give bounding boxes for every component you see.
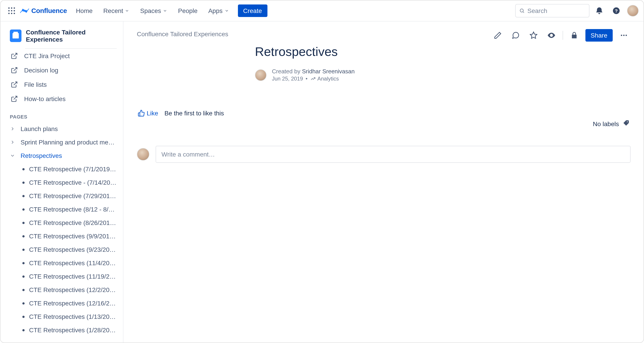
author-link[interactable]: Sridhar Sreenivasan	[302, 68, 355, 75]
help-icon[interactable]: ?	[609, 3, 624, 18]
svg-point-2	[14, 7, 15, 8]
chevron-down-icon	[10, 153, 17, 158]
svg-marker-17	[530, 32, 537, 38]
svg-point-5	[14, 10, 15, 11]
nav-people[interactable]: People	[174, 4, 202, 17]
label-tag-icon[interactable]	[622, 120, 630, 128]
svg-point-21	[626, 35, 627, 36]
bullet-icon	[22, 329, 24, 331]
profile-avatar[interactable]	[627, 5, 639, 16]
page-retrospectives[interactable]: Retrospectives	[0, 149, 123, 162]
svg-line-10	[523, 12, 524, 13]
svg-point-20	[623, 35, 624, 36]
child-page[interactable]: CTE Retrospective (8/12 - 8/25)	[0, 202, 123, 216]
shortcut-how-to[interactable]: How-to articles	[0, 92, 123, 106]
page-launch-plans[interactable]: Launch plans	[0, 122, 123, 136]
created-by: Created by Sridhar Sreenivasan	[272, 68, 355, 75]
nav-home[interactable]: Home	[71, 4, 97, 17]
top-nav: Confluence Home Recent Spaces People App…	[0, 0, 644, 22]
analytics-icon	[310, 76, 316, 82]
restrictions-icon[interactable]	[567, 28, 581, 42]
chevron-down-icon	[224, 8, 229, 13]
page-actions: Share	[491, 28, 630, 42]
child-page[interactable]: CTE Retrospective (8/26/2019 …	[0, 216, 123, 230]
nav-spaces[interactable]: Spaces	[136, 4, 172, 17]
svg-point-18	[550, 35, 552, 36]
bullet-icon	[22, 195, 24, 197]
chevron-down-icon	[125, 8, 130, 13]
like-button[interactable]: Like	[138, 110, 158, 117]
edit-icon[interactable]	[491, 28, 504, 42]
external-link-icon	[10, 52, 19, 60]
svg-point-7	[11, 12, 12, 14]
date-text: Jun 25, 2019	[272, 76, 303, 82]
child-page[interactable]: CTE Retrospective - (7/14/201…	[0, 176, 123, 189]
comment-avatar	[137, 148, 149, 160]
byline: Created by Sridhar Sreenivasan Jun 25, 2…	[255, 68, 630, 82]
author-avatar[interactable]	[255, 69, 266, 81]
child-page[interactable]: CTE Retrospective (7/29/2018 …	[0, 189, 123, 202]
child-page[interactable]: CTE Retrospective (7/1/2019 - …	[0, 162, 123, 176]
bullet-icon	[22, 168, 24, 170]
comment-icon[interactable]	[509, 28, 522, 42]
bullet-icon	[22, 289, 24, 291]
labels-text: No labels	[593, 120, 619, 127]
bullet-icon	[22, 208, 24, 210]
child-page[interactable]: CTE Retrospectives (12/2/2019…	[0, 283, 123, 296]
share-button[interactable]: Share	[585, 29, 613, 42]
nav-items: Home Recent Spaces People Apps	[71, 4, 233, 17]
external-link-icon	[10, 66, 19, 75]
bullet-icon	[22, 302, 24, 304]
space-title: Confluence Tailored Experiences	[26, 28, 117, 43]
search-input[interactable]	[528, 7, 586, 14]
shortcut-cte-jira[interactable]: CTE Jira Project	[0, 49, 123, 63]
svg-line-14	[14, 68, 17, 71]
nav-apps[interactable]: Apps	[204, 4, 233, 17]
svg-line-15	[14, 82, 17, 85]
nav-recent[interactable]: Recent	[99, 4, 134, 17]
comment-input[interactable]: Write a comment…	[156, 146, 630, 163]
logo-text: Confluence	[31, 7, 67, 14]
child-page[interactable]: CTE Retrospectives (11/4/2019…	[0, 256, 123, 270]
bullet-icon	[22, 248, 24, 251]
svg-point-9	[520, 9, 523, 12]
search-box[interactable]	[515, 4, 590, 17]
pages-section-label: PAGES	[0, 106, 123, 122]
svg-line-13	[14, 53, 17, 56]
page-sprint-planning[interactable]: Sprint Planning and product meeti…	[0, 136, 123, 149]
child-page[interactable]: CTE Retrospectives (9/23/201…	[0, 243, 123, 256]
space-header[interactable]: Confluence Tailored Experiences	[0, 25, 123, 46]
confluence-logo[interactable]: Confluence	[20, 6, 67, 16]
search-icon	[519, 8, 525, 14]
bullet-icon	[22, 235, 24, 237]
svg-point-6	[8, 12, 10, 14]
analytics-link[interactable]: Analytics	[310, 76, 339, 82]
child-page[interactable]: CTE Retrospectives (11/19/201…	[0, 270, 123, 283]
star-icon[interactable]	[526, 28, 540, 42]
watch-icon[interactable]	[544, 28, 558, 42]
shortcut-decision-log[interactable]: Decision log	[0, 63, 123, 77]
divider	[562, 31, 563, 40]
svg-point-0	[8, 7, 10, 8]
bullet-icon	[22, 222, 24, 224]
more-icon[interactable]	[617, 28, 630, 42]
create-button[interactable]: Create	[238, 4, 267, 17]
svg-point-4	[11, 10, 12, 11]
app-switcher-icon[interactable]	[4, 3, 19, 18]
chevron-down-icon	[163, 8, 167, 13]
bullet-icon	[22, 316, 24, 318]
child-page[interactable]: CTE Retrospectives (1/13/2020…	[0, 310, 123, 323]
child-page[interactable]: CTE Retrospectives (12/16/201…	[0, 296, 123, 310]
page-title: Retrospectives	[255, 45, 630, 59]
child-page[interactable]: CTE Retrospectives (9/9/2019 …	[0, 230, 123, 243]
svg-point-1	[11, 7, 12, 8]
byline-meta: Jun 25, 2019 • Analytics	[272, 76, 355, 82]
like-icon	[138, 110, 145, 117]
notifications-icon[interactable]	[592, 3, 606, 18]
like-prompt: Be the first to like this	[164, 110, 224, 117]
child-page[interactable]: CTE Retrospectives (1/28/202…	[0, 323, 123, 337]
shortcut-file-lists[interactable]: File lists	[0, 77, 123, 92]
sidebar: Confluence Tailored Experiences CTE Jira…	[0, 22, 124, 343]
svg-point-19	[621, 35, 622, 36]
external-link-icon	[10, 94, 19, 103]
